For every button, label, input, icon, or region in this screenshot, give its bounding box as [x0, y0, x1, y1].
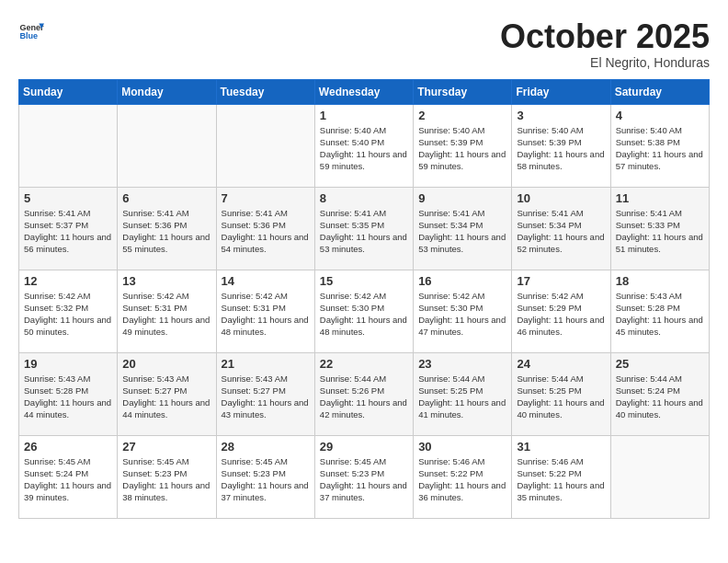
- calendar-cell: 15Sunrise: 5:42 AM Sunset: 5:30 PM Dayli…: [314, 270, 413, 352]
- cell-info: Sunrise: 5:45 AM Sunset: 5:23 PM Dayligh…: [320, 455, 408, 504]
- svg-text:Blue: Blue: [19, 31, 38, 40]
- cell-info: Sunrise: 5:41 AM Sunset: 5:33 PM Dayligh…: [616, 207, 704, 256]
- day-number: 12: [24, 274, 112, 288]
- calendar-cell: 18Sunrise: 5:43 AM Sunset: 5:28 PM Dayli…: [610, 270, 709, 352]
- day-number: 31: [517, 440, 605, 454]
- day-number: 3: [517, 109, 605, 122]
- calendar-cell: 12Sunrise: 5:42 AM Sunset: 5:32 PM Dayli…: [19, 270, 118, 352]
- day-number: 30: [418, 440, 506, 454]
- cell-info: Sunrise: 5:45 AM Sunset: 5:24 PM Dayligh…: [24, 455, 112, 504]
- calendar-cell: 28Sunrise: 5:45 AM Sunset: 5:23 PM Dayli…: [216, 435, 314, 518]
- calendar-week-5: 26Sunrise: 5:45 AM Sunset: 5:24 PM Dayli…: [19, 435, 710, 518]
- col-header-sunday: Sunday: [19, 79, 118, 104]
- day-number: 18: [616, 274, 704, 288]
- cell-info: Sunrise: 5:42 AM Sunset: 5:30 PM Dayligh…: [320, 290, 408, 339]
- cell-info: Sunrise: 5:40 AM Sunset: 5:38 PM Dayligh…: [616, 124, 704, 173]
- cell-info: Sunrise: 5:41 AM Sunset: 5:37 PM Dayligh…: [24, 207, 112, 256]
- cell-info: Sunrise: 5:42 AM Sunset: 5:29 PM Dayligh…: [517, 290, 605, 339]
- cell-info: Sunrise: 5:41 AM Sunset: 5:36 PM Dayligh…: [222, 207, 310, 256]
- calendar-cell: 5Sunrise: 5:41 AM Sunset: 5:37 PM Daylig…: [19, 187, 118, 270]
- cell-info: Sunrise: 5:40 AM Sunset: 5:39 PM Dayligh…: [418, 124, 506, 173]
- cell-info: Sunrise: 5:44 AM Sunset: 5:24 PM Dayligh…: [616, 373, 704, 421]
- calendar-cell: 7Sunrise: 5:41 AM Sunset: 5:36 PM Daylig…: [216, 187, 314, 270]
- cell-info: Sunrise: 5:41 AM Sunset: 5:34 PM Dayligh…: [418, 207, 506, 256]
- subtitle: El Negrito, Honduras: [500, 55, 710, 70]
- cell-info: Sunrise: 5:40 AM Sunset: 5:40 PM Dayligh…: [320, 124, 408, 173]
- cell-info: Sunrise: 5:40 AM Sunset: 5:39 PM Dayligh…: [517, 124, 605, 173]
- cell-info: Sunrise: 5:42 AM Sunset: 5:31 PM Dayligh…: [122, 290, 210, 339]
- col-header-thursday: Thursday: [414, 79, 512, 104]
- calendar-week-4: 19Sunrise: 5:43 AM Sunset: 5:28 PM Dayli…: [19, 352, 710, 435]
- calendar-cell: 13Sunrise: 5:42 AM Sunset: 5:31 PM Dayli…: [118, 270, 216, 352]
- day-number: 21: [222, 357, 310, 371]
- calendar-cell: [19, 104, 118, 187]
- calendar-cell: [216, 104, 314, 187]
- calendar-cell: 31Sunrise: 5:46 AM Sunset: 5:22 PM Dayli…: [512, 435, 610, 518]
- month-title: October 2025: [500, 18, 710, 55]
- day-number: 1: [320, 109, 408, 122]
- calendar-cell: 3Sunrise: 5:40 AM Sunset: 5:39 PM Daylig…: [512, 104, 610, 187]
- cell-info: Sunrise: 5:44 AM Sunset: 5:25 PM Dayligh…: [418, 373, 506, 421]
- page-header: General Blue October 2025 El Negrito, Ho…: [18, 18, 710, 70]
- day-number: 5: [24, 191, 112, 205]
- calendar-cell: [610, 435, 709, 518]
- col-header-friday: Friday: [512, 79, 610, 104]
- cell-info: Sunrise: 5:45 AM Sunset: 5:23 PM Dayligh…: [222, 455, 310, 504]
- cell-info: Sunrise: 5:42 AM Sunset: 5:32 PM Dayligh…: [24, 290, 112, 339]
- day-number: 11: [616, 191, 704, 205]
- cell-info: Sunrise: 5:44 AM Sunset: 5:25 PM Dayligh…: [517, 373, 605, 421]
- day-number: 6: [122, 191, 210, 205]
- calendar-week-3: 12Sunrise: 5:42 AM Sunset: 5:32 PM Dayli…: [19, 270, 710, 352]
- calendar-cell: 8Sunrise: 5:41 AM Sunset: 5:35 PM Daylig…: [314, 187, 413, 270]
- calendar-cell: 19Sunrise: 5:43 AM Sunset: 5:28 PM Dayli…: [19, 352, 118, 435]
- cell-info: Sunrise: 5:42 AM Sunset: 5:30 PM Dayligh…: [418, 290, 506, 339]
- day-number: 19: [24, 357, 112, 371]
- day-number: 4: [616, 109, 704, 122]
- calendar-cell: 22Sunrise: 5:44 AM Sunset: 5:26 PM Dayli…: [314, 352, 413, 435]
- calendar-cell: 4Sunrise: 5:40 AM Sunset: 5:38 PM Daylig…: [610, 104, 709, 187]
- day-number: 20: [122, 357, 210, 371]
- cell-info: Sunrise: 5:43 AM Sunset: 5:28 PM Dayligh…: [24, 373, 112, 421]
- day-number: 9: [418, 191, 506, 205]
- calendar-cell: 9Sunrise: 5:41 AM Sunset: 5:34 PM Daylig…: [414, 187, 512, 270]
- calendar-cell: 14Sunrise: 5:42 AM Sunset: 5:31 PM Dayli…: [216, 270, 314, 352]
- cell-info: Sunrise: 5:45 AM Sunset: 5:23 PM Dayligh…: [122, 455, 210, 504]
- calendar-cell: 2Sunrise: 5:40 AM Sunset: 5:39 PM Daylig…: [414, 104, 512, 187]
- cell-info: Sunrise: 5:41 AM Sunset: 5:35 PM Dayligh…: [320, 207, 408, 256]
- day-number: 7: [222, 191, 310, 205]
- calendar-week-2: 5Sunrise: 5:41 AM Sunset: 5:37 PM Daylig…: [19, 187, 710, 270]
- day-number: 16: [418, 274, 506, 288]
- calendar-cell: 25Sunrise: 5:44 AM Sunset: 5:24 PM Dayli…: [610, 352, 709, 435]
- cell-info: Sunrise: 5:44 AM Sunset: 5:26 PM Dayligh…: [320, 373, 408, 421]
- cell-info: Sunrise: 5:43 AM Sunset: 5:27 PM Dayligh…: [122, 373, 210, 421]
- calendar-cell: [118, 104, 216, 187]
- day-number: 29: [320, 440, 408, 454]
- calendar-header-row: SundayMondayTuesdayWednesdayThursdayFrid…: [19, 79, 710, 104]
- calendar-cell: 10Sunrise: 5:41 AM Sunset: 5:34 PM Dayli…: [512, 187, 610, 270]
- day-number: 27: [122, 440, 210, 454]
- col-header-wednesday: Wednesday: [314, 79, 413, 104]
- col-header-saturday: Saturday: [610, 79, 709, 104]
- day-number: 23: [418, 357, 506, 371]
- day-number: 2: [418, 109, 506, 122]
- day-number: 17: [517, 274, 605, 288]
- day-number: 14: [222, 274, 310, 288]
- logo: General Blue: [18, 18, 44, 44]
- calendar-cell: 30Sunrise: 5:46 AM Sunset: 5:22 PM Dayli…: [414, 435, 512, 518]
- calendar-cell: 1Sunrise: 5:40 AM Sunset: 5:40 PM Daylig…: [314, 104, 413, 187]
- cell-info: Sunrise: 5:41 AM Sunset: 5:36 PM Dayligh…: [122, 207, 210, 256]
- calendar-cell: 24Sunrise: 5:44 AM Sunset: 5:25 PM Dayli…: [512, 352, 610, 435]
- cell-info: Sunrise: 5:43 AM Sunset: 5:28 PM Dayligh…: [616, 290, 704, 339]
- cell-info: Sunrise: 5:46 AM Sunset: 5:22 PM Dayligh…: [517, 455, 605, 504]
- calendar-cell: 6Sunrise: 5:41 AM Sunset: 5:36 PM Daylig…: [118, 187, 216, 270]
- day-number: 25: [616, 357, 704, 371]
- calendar-week-1: 1Sunrise: 5:40 AM Sunset: 5:40 PM Daylig…: [19, 104, 710, 187]
- logo-icon: General Blue: [18, 18, 44, 44]
- day-number: 15: [320, 274, 408, 288]
- day-number: 8: [320, 191, 408, 205]
- calendar-table: SundayMondayTuesdayWednesdayThursdayFrid…: [18, 79, 710, 519]
- cell-info: Sunrise: 5:46 AM Sunset: 5:22 PM Dayligh…: [418, 455, 506, 504]
- day-number: 10: [517, 191, 605, 205]
- col-header-tuesday: Tuesday: [216, 79, 314, 104]
- cell-info: Sunrise: 5:41 AM Sunset: 5:34 PM Dayligh…: [517, 207, 605, 256]
